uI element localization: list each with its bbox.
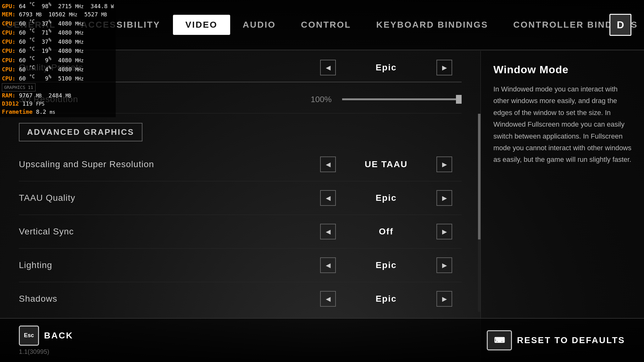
taau-quality-label: TAAU Quality [19,193,311,203]
reset-key-icon: ⌨ [487,330,512,350]
lighting-prev[interactable]: ◀ [320,257,336,273]
bottom-bar: Esc BACK 1.1(30995) ⌨ RESET TO DEFAULTS [0,318,644,362]
upscaling-control: ◀ UE TAAU ▶ [311,156,462,172]
profile-button[interactable]: D [609,14,631,36]
vertical-sync-control: ◀ Off ▶ [311,224,462,239]
resolution-3d-control: 100% [311,95,462,104]
nav-item-control[interactable]: CONTROL [288,14,364,36]
scrollbar-track[interactable] [478,114,480,312]
shadows-control: ◀ Epic ▶ [311,291,462,307]
esc-key-label: Esc [24,332,34,339]
shadows-label: Shadows [19,294,311,304]
taau-quality-row: TAAU Quality ◀ Epic ▶ [19,181,462,215]
lighting-label: Lighting [19,260,311,270]
shadows-prev[interactable]: ◀ [320,291,336,307]
nav-item-audio[interactable]: AUDIO [230,14,288,36]
info-panel: Window Mode In Windowed mode you can int… [480,51,644,362]
lighting-row: Lighting ◀ Epic ▶ [19,249,462,282]
advanced-graphics-header: ADVANCED GRAPHICS [19,123,142,141]
resolution-slider-fill [342,98,462,100]
resolution-slider-thumb[interactable] [456,95,462,104]
taau-quality-prev[interactable]: ◀ [320,190,336,206]
lighting-next[interactable]: ▶ [436,257,452,273]
upscaling-label: Upscaling and Super Resolution [19,159,311,169]
lighting-control: ◀ Epic ▶ [311,257,462,273]
vertical-sync-prev[interactable]: ◀ [320,224,336,239]
upscaling-value: UE TAAU [342,159,430,169]
back-label: BACK [44,331,73,341]
upscaling-prev[interactable]: ◀ [320,156,336,172]
info-description: In Windowed mode you can interact with o… [493,83,631,166]
version-text: 1.1(30995) [19,348,73,355]
scrollbar-thumb[interactable] [478,114,480,239]
resolution-slider-track[interactable] [342,98,462,100]
taau-quality-control: ◀ Epic ▶ [311,190,462,206]
vertical-sync-label: Vertical Sync [19,227,311,237]
taau-quality-next[interactable]: ▶ [436,190,452,206]
reset-defaults-button[interactable]: ⌨ RESET TO DEFAULTS [487,330,625,350]
quality-presets-control: ◀ Epic ▶ [311,60,462,75]
quality-presets-prev[interactable]: ◀ [320,60,336,75]
info-title: Window Mode [493,63,631,76]
back-button[interactable]: Esc BACK [19,326,73,346]
bottom-left: Esc BACK 1.1(30995) [19,326,73,355]
shadows-row: Shadows ◀ Epic ▶ [19,282,462,315]
profile-letter: D [617,19,624,31]
lighting-value: Epic [342,260,430,270]
vertical-sync-row: Vertical Sync ◀ Off ▶ [19,215,462,249]
quality-presets-next[interactable]: ▶ [436,60,452,75]
shadows-next[interactable]: ▶ [436,291,452,307]
hw-monitor: GPU: 64 °C 98% 2715 MHz 344.8 W MEM: 679… [0,0,116,117]
vertical-sync-next[interactable]: ▶ [436,224,452,239]
resolution-3d-value: 100% [311,95,336,104]
upscaling-row: Upscaling and Super Resolution ◀ UE TAAU… [19,148,462,181]
upscaling-next[interactable]: ▶ [436,156,452,172]
shadows-value: Epic [342,294,430,304]
reset-label: RESET TO DEFAULTS [517,335,625,345]
esc-key-icon: Esc [19,326,39,346]
nav-item-video[interactable]: VIDEO [173,15,230,35]
nav-item-keyboard-bindings[interactable]: KEYBOARD BINDINGS [364,14,501,36]
quality-presets-value: Epic [342,63,430,73]
taau-quality-value: Epic [342,193,430,203]
vertical-sync-value: Off [342,227,430,237]
